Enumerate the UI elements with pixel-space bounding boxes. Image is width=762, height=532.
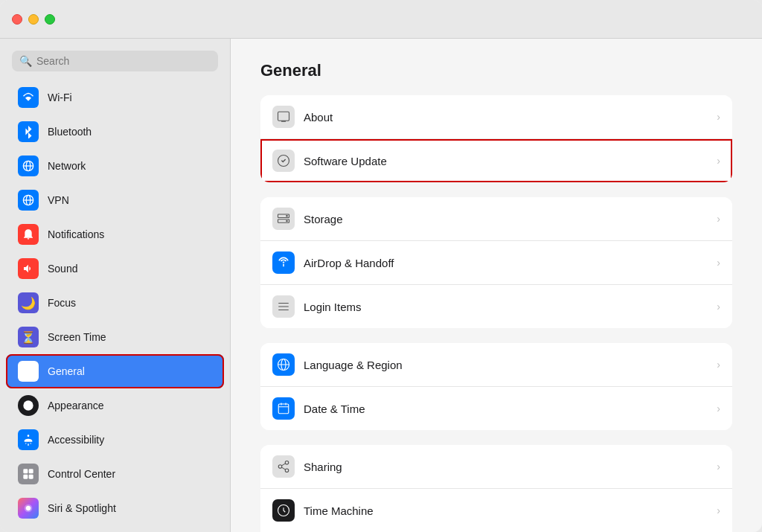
main-content: 🔍 Wi-Fi Bluetooth xyxy=(0,39,762,532)
settings-group-3: Language & Region › Date & Time › xyxy=(260,343,732,430)
timemachine-icon xyxy=(272,499,295,522)
sidebar-appearance-label: Appearance xyxy=(48,400,104,411)
sidebar-item-accessibility[interactable]: Accessibility xyxy=(6,423,224,457)
accessibility-icon xyxy=(18,429,39,450)
svg-rect-15 xyxy=(281,121,286,122)
softwareupdate-chevron: › xyxy=(717,155,720,167)
datetime-label: Date & Time xyxy=(304,403,708,415)
sidebar-network-label: Network xyxy=(48,160,86,172)
about-icon xyxy=(272,106,295,128)
svg-line-35 xyxy=(281,464,285,466)
sidebar-item-controlcenter[interactable]: Control Center xyxy=(6,457,224,491)
search-container: 🔍 xyxy=(0,48,230,80)
language-label: Language & Region xyxy=(304,359,708,371)
sidebar-screentime-label: Screen Time xyxy=(48,331,106,343)
svg-rect-10 xyxy=(29,469,33,473)
settings-row-about[interactable]: About › xyxy=(260,95,732,139)
titlebar xyxy=(0,0,762,39)
search-input[interactable] xyxy=(36,55,211,67)
sidebar-bluetooth-label: Bluetooth xyxy=(48,126,92,138)
wifi-icon xyxy=(18,87,39,108)
settings-row-softwareupdate[interactable]: Software Update › xyxy=(260,139,732,182)
svg-rect-11 xyxy=(23,475,28,479)
timemachine-chevron: › xyxy=(717,504,720,516)
loginitems-chevron: › xyxy=(717,301,720,313)
system-preferences-window: 🔍 Wi-Fi Bluetooth xyxy=(0,0,762,532)
loginitems-icon xyxy=(272,295,295,318)
sidebar-item-appearance[interactable]: Appearance xyxy=(6,388,224,423)
sidebar-item-sound[interactable]: Sound xyxy=(6,251,224,286)
svg-point-32 xyxy=(278,465,282,469)
search-icon: 🔍 xyxy=(19,55,32,67)
airdrop-label: AirDrop & Handoff xyxy=(304,257,708,269)
controlcenter-icon xyxy=(18,464,39,484)
settings-row-airdrop[interactable]: AirDrop & Handoff › xyxy=(260,241,732,285)
sidebar-vpn-label: VPN xyxy=(48,194,69,206)
svg-rect-27 xyxy=(278,404,289,414)
screentime-icon: ⏳ xyxy=(18,327,39,347)
minimize-button[interactable] xyxy=(28,14,39,25)
network-icon xyxy=(18,156,39,176)
sidebar-sound-label: Sound xyxy=(48,263,77,275)
svg-point-8 xyxy=(28,435,30,437)
loginitems-label: Login Items xyxy=(304,301,708,313)
sidebar-item-privacy[interactable]: Privacy & Security xyxy=(6,525,224,532)
sharing-label: Sharing xyxy=(304,461,708,473)
language-icon xyxy=(272,353,295,376)
sound-icon xyxy=(18,258,39,279)
language-chevron: › xyxy=(717,359,720,371)
sidebar-item-network[interactable]: Network xyxy=(6,149,224,183)
svg-point-7 xyxy=(23,400,33,410)
settings-row-sharing[interactable]: Sharing › xyxy=(260,445,732,489)
sidebar-item-bluetooth[interactable]: Bluetooth xyxy=(6,115,224,149)
settings-row-datetime[interactable]: Date & Time › xyxy=(260,387,732,430)
general-icon xyxy=(18,361,39,382)
airdrop-chevron: › xyxy=(717,257,720,269)
storage-label: Storage xyxy=(304,213,708,225)
settings-row-timemachine[interactable]: Time Machine › xyxy=(260,489,732,532)
main-panel: General About › Software Update › xyxy=(231,39,762,532)
settings-row-language[interactable]: Language & Region › xyxy=(260,343,732,387)
about-chevron: › xyxy=(717,111,720,123)
sidebar-item-siri[interactable]: Siri & Spotlight xyxy=(6,491,224,525)
appearance-icon xyxy=(18,395,39,416)
timemachine-label: Time Machine xyxy=(304,504,708,517)
svg-rect-12 xyxy=(29,475,33,479)
sidebar-general-label: General xyxy=(48,365,85,377)
sidebar-notifications-label: Notifications xyxy=(48,228,104,240)
sharing-icon xyxy=(272,455,295,478)
sidebar-item-screentime[interactable]: ⏳ Screen Time xyxy=(6,320,224,354)
panel-title: General xyxy=(260,61,732,80)
sidebar-siri-label: Siri & Spotlight xyxy=(48,502,116,514)
svg-point-33 xyxy=(285,469,289,472)
settings-row-loginitems[interactable]: Login Items › xyxy=(260,285,732,328)
sidebar-item-vpn[interactable]: VPN xyxy=(6,183,224,217)
datetime-icon xyxy=(272,397,295,420)
storage-icon xyxy=(272,208,295,230)
storage-chevron: › xyxy=(717,213,720,225)
settings-group-1: About › Software Update › xyxy=(260,95,732,182)
sidebar-item-wifi[interactable]: Wi-Fi xyxy=(6,80,224,115)
sidebar-item-general[interactable]: General xyxy=(6,354,224,388)
svg-point-20 xyxy=(286,220,288,222)
sidebar-focus-label: Focus xyxy=(48,297,76,309)
focus-icon: 🌙 xyxy=(18,292,39,313)
svg-point-19 xyxy=(286,216,288,217)
sidebar-item-focus[interactable]: 🌙 Focus xyxy=(6,286,224,320)
settings-row-storage[interactable]: Storage › xyxy=(260,197,732,241)
traffic-lights xyxy=(12,14,55,25)
sidebar: 🔍 Wi-Fi Bluetooth xyxy=(0,39,231,532)
sidebar-wifi-label: Wi-Fi xyxy=(48,92,72,103)
datetime-chevron: › xyxy=(717,403,720,414)
svg-line-34 xyxy=(281,467,285,469)
close-button[interactable] xyxy=(12,14,22,25)
vpn-icon xyxy=(18,190,39,211)
airdrop-icon xyxy=(272,251,295,274)
softwareupdate-label: Software Update xyxy=(304,155,708,167)
sidebar-item-notifications[interactable]: Notifications xyxy=(6,217,224,251)
notifications-icon xyxy=(18,224,39,245)
maximize-button[interactable] xyxy=(45,14,55,25)
search-box[interactable]: 🔍 xyxy=(12,51,218,71)
settings-group-4: Sharing › Time Machine › Transfer or Res… xyxy=(260,445,732,532)
siri-icon xyxy=(18,498,39,519)
